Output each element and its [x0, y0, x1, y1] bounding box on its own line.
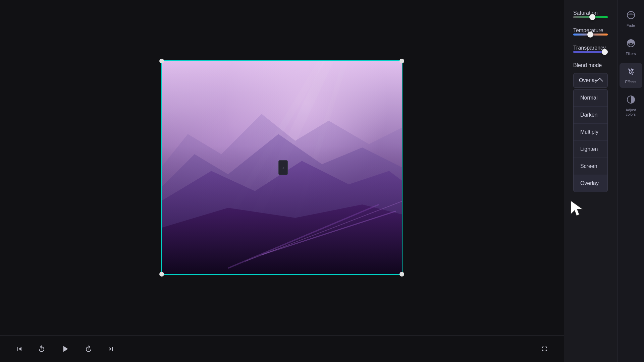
skip-forward-icon [107, 345, 115, 353]
blend-option-darken[interactable]: Darken [574, 107, 607, 124]
filters-icon [627, 39, 635, 50]
svg-line-2 [278, 60, 345, 275]
panel-toolbar: Fade Filters [617, 0, 644, 362]
svg-text:5: 5 [88, 348, 89, 350]
toolbar-item-filters[interactable]: Filters [620, 35, 642, 60]
playback-controls: 5 5 [0, 335, 564, 362]
replay5-button[interactable]: 5 [36, 343, 48, 355]
fade-label: Fade [627, 23, 635, 27]
blend-option-lighten[interactable]: Lighten [574, 141, 607, 158]
adjust-colors-label: Adjust colors [622, 108, 640, 117]
temperature-slider[interactable] [573, 34, 608, 36]
svg-marker-9 [571, 201, 583, 216]
blend-mode-select[interactable]: Overlay [573, 73, 608, 88]
temperature-control: Temperature [573, 27, 608, 36]
svg-line-5 [245, 201, 402, 261]
chevron-up-icon [597, 77, 602, 83]
panel-expand-button[interactable]: › [278, 160, 288, 175]
fullscreen-icon [540, 345, 548, 353]
blend-option-normal[interactable]: Normal [574, 89, 607, 107]
forward5-icon: 5 [85, 345, 93, 353]
video-container: › [0, 0, 564, 335]
fullscreen-button[interactable] [538, 343, 550, 355]
effects-icon [627, 67, 635, 78]
transparency-thumb[interactable] [602, 49, 608, 55]
effects-label: Effects [625, 80, 636, 84]
play-button[interactable] [58, 342, 72, 356]
play-icon [60, 344, 70, 354]
blend-mode-section: Blend mode Overlay Normal Darken Multipl… [573, 62, 608, 192]
transparency-slider[interactable] [573, 51, 608, 53]
svg-line-4 [262, 211, 396, 255]
adjust-colors-icon [627, 95, 635, 106]
video-area: › 5 [0, 0, 564, 362]
saturation-thumb[interactable] [589, 14, 595, 20]
fade-icon [627, 11, 635, 21]
toolbar-item-effects[interactable]: Effects [620, 63, 642, 88]
blend-option-screen[interactable]: Screen [574, 158, 607, 175]
blend-dropdown: Normal Darken Multiply Lighten Screen Ov… [573, 89, 608, 192]
controls-left: 5 5 [13, 342, 117, 356]
svg-text:5: 5 [41, 348, 42, 350]
temperature-thumb[interactable] [587, 32, 593, 38]
skip-back-icon [15, 345, 23, 353]
forward5-button[interactable]: 5 [83, 343, 95, 355]
skip-back-button[interactable] [13, 343, 25, 355]
svg-line-3 [195, 60, 322, 275]
svg-point-15 [629, 69, 630, 70]
transparency-control: Transparency [573, 45, 608, 53]
blend-mode-value: Overlay [579, 77, 597, 83]
skip-forward-button[interactable] [105, 343, 117, 355]
toolbar-item-fade[interactable]: Fade [620, 7, 642, 32]
toolbar-item-adjust-colors[interactable]: Adjust colors [620, 91, 642, 121]
panel-right-container: Saturation Temperature Transparency Blen… [564, 0, 644, 362]
transparency-label: Transparency [573, 45, 606, 51]
chevron-right-icon: › [282, 165, 284, 170]
saturation-slider[interactable] [573, 16, 608, 18]
cursor-icon [569, 199, 588, 218]
blend-option-overlay[interactable]: Overlay [574, 175, 607, 192]
svg-line-6 [228, 204, 379, 268]
blend-option-multiply[interactable]: Multiply [574, 124, 607, 141]
blend-mode-label: Blend mode [573, 62, 608, 68]
replay5-icon: 5 [38, 345, 46, 353]
properties-panel: Saturation Temperature Transparency Blen… [564, 0, 617, 362]
saturation-control: Saturation [573, 10, 608, 18]
filters-label: Filters [626, 52, 636, 56]
